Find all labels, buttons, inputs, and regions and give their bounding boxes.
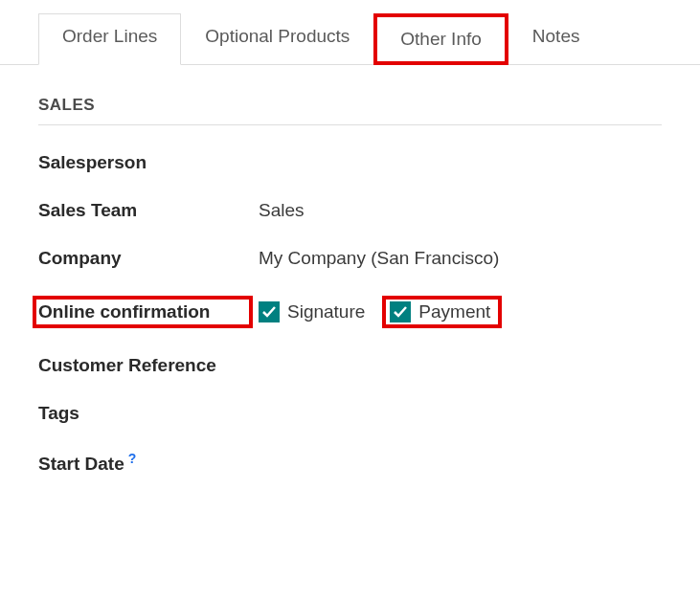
tab-notes[interactable]: Notes xyxy=(508,13,604,64)
label-start-date: Start Date? xyxy=(38,451,259,475)
label-signature: Signature xyxy=(287,301,365,322)
row-start-date: Start Date? xyxy=(38,451,662,475)
tabs-container: Order Lines Optional Products Other Info… xyxy=(0,0,700,65)
label-salesperson: Salesperson xyxy=(38,152,259,173)
label-sales-team: Sales Team xyxy=(38,200,259,221)
value-company[interactable]: My Company (San Francisco) xyxy=(259,248,499,269)
form-content: SALES Salesperson Sales Team Sales Compa… xyxy=(0,65,700,475)
checkbox-item-payment: Payment xyxy=(382,296,502,328)
check-icon xyxy=(393,304,408,320)
section-title-sales: SALES xyxy=(38,96,662,125)
help-icon[interactable]: ? xyxy=(128,451,137,466)
label-customer-reference: Customer Reference xyxy=(38,355,259,376)
label-tags: Tags xyxy=(38,403,259,424)
tab-other-info[interactable]: Other Info xyxy=(373,13,508,65)
row-online-confirmation: Online confirmation Signature Payment xyxy=(38,296,662,328)
value-sales-team[interactable]: Sales xyxy=(259,200,305,221)
tab-optional-products[interactable]: Optional Products xyxy=(181,13,373,64)
check-icon xyxy=(261,304,277,320)
row-tags: Tags xyxy=(38,403,662,424)
checkbox-signature[interactable] xyxy=(259,301,280,322)
tab-order-lines[interactable]: Order Lines xyxy=(38,13,181,65)
row-sales-team: Sales Team Sales xyxy=(38,200,662,221)
label-company: Company xyxy=(38,248,259,269)
row-salesperson: Salesperson xyxy=(38,152,662,173)
online-confirmation-options: Signature Payment xyxy=(259,296,502,328)
label-online-confirmation: Online confirmation xyxy=(33,296,253,328)
checkbox-item-signature: Signature xyxy=(259,301,365,322)
row-company: Company My Company (San Francisco) xyxy=(38,248,662,269)
label-payment: Payment xyxy=(418,301,490,322)
label-start-date-text: Start Date xyxy=(38,454,124,474)
checkbox-payment[interactable] xyxy=(390,301,411,322)
row-customer-reference: Customer Reference xyxy=(38,355,662,376)
